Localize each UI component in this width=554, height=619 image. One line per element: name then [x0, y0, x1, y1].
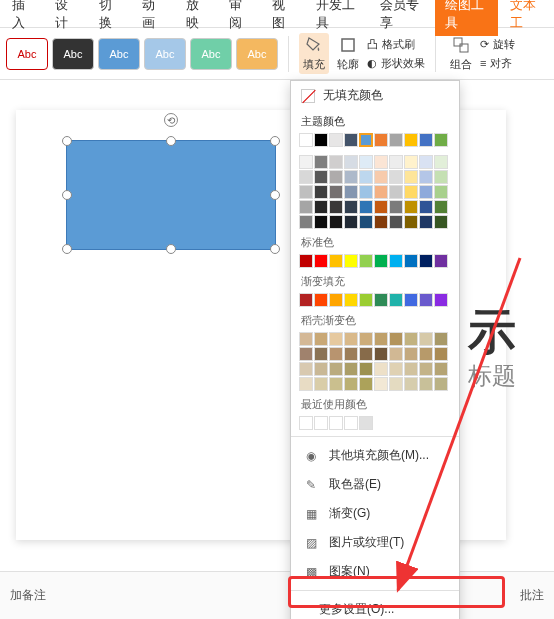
rotate-handle[interactable]: ⟲ — [164, 113, 178, 127]
color-swatch[interactable] — [299, 200, 313, 214]
resize-handle[interactable] — [62, 136, 72, 146]
color-swatch[interactable] — [434, 362, 448, 376]
color-swatch[interactable] — [359, 254, 373, 268]
color-swatch[interactable] — [374, 133, 388, 147]
color-swatch[interactable] — [299, 155, 313, 169]
color-swatch[interactable] — [329, 215, 343, 229]
color-swatch[interactable] — [419, 200, 433, 214]
tab-devtools[interactable]: 开发工具 — [306, 0, 369, 36]
no-fill-option[interactable]: 无填充颜色 — [291, 81, 459, 110]
color-swatch[interactable] — [344, 215, 358, 229]
color-swatch[interactable] — [344, 200, 358, 214]
color-swatch[interactable] — [389, 133, 403, 147]
color-swatch[interactable] — [419, 254, 433, 268]
color-swatch[interactable] — [359, 133, 373, 147]
color-swatch[interactable] — [374, 377, 388, 391]
outline-button[interactable]: 轮廓 — [333, 33, 363, 74]
color-swatch[interactable] — [299, 215, 313, 229]
color-swatch[interactable] — [329, 200, 343, 214]
color-swatch[interactable] — [329, 416, 343, 430]
color-swatch[interactable] — [359, 332, 373, 346]
comments-button[interactable]: 批注 — [520, 587, 544, 604]
color-swatch[interactable] — [359, 416, 373, 430]
texture-option[interactable]: ▨ 图片或纹理(T) — [291, 528, 459, 557]
color-swatch[interactable] — [329, 254, 343, 268]
resize-handle[interactable] — [166, 244, 176, 254]
format-painter[interactable]: 凸格式刷 — [367, 37, 425, 52]
color-swatch[interactable] — [359, 185, 373, 199]
color-swatch[interactable] — [419, 185, 433, 199]
color-swatch[interactable] — [344, 416, 358, 430]
color-swatch[interactable] — [344, 155, 358, 169]
color-swatch[interactable] — [389, 215, 403, 229]
color-swatch[interactable] — [299, 362, 313, 376]
color-swatch[interactable] — [404, 170, 418, 184]
color-swatch[interactable] — [329, 293, 343, 307]
color-swatch[interactable] — [374, 254, 388, 268]
color-swatch[interactable] — [314, 362, 328, 376]
color-swatch[interactable] — [389, 185, 403, 199]
color-swatch[interactable] — [374, 332, 388, 346]
color-swatch[interactable] — [314, 377, 328, 391]
color-swatch[interactable] — [389, 362, 403, 376]
color-swatch[interactable] — [314, 332, 328, 346]
color-swatch[interactable] — [389, 254, 403, 268]
color-swatch[interactable] — [404, 293, 418, 307]
shape-style-3[interactable]: Abc — [98, 38, 140, 70]
color-swatch[interactable] — [344, 293, 358, 307]
color-swatch[interactable] — [314, 133, 328, 147]
color-swatch[interactable] — [389, 347, 403, 361]
color-swatch[interactable] — [434, 170, 448, 184]
color-swatch[interactable] — [374, 170, 388, 184]
color-swatch[interactable] — [344, 377, 358, 391]
notes-button[interactable]: 加备注 — [10, 587, 46, 604]
color-swatch[interactable] — [299, 254, 313, 268]
shape-style-2[interactable]: Abc — [52, 38, 94, 70]
color-swatch[interactable] — [419, 170, 433, 184]
color-swatch[interactable] — [344, 170, 358, 184]
color-swatch[interactable] — [389, 170, 403, 184]
fill-button[interactable]: 填充 — [299, 33, 329, 74]
color-swatch[interactable] — [299, 293, 313, 307]
color-swatch[interactable] — [419, 332, 433, 346]
color-swatch[interactable] — [389, 332, 403, 346]
color-swatch[interactable] — [404, 200, 418, 214]
color-swatch[interactable] — [404, 347, 418, 361]
resize-handle[interactable] — [270, 244, 280, 254]
color-swatch[interactable] — [344, 133, 358, 147]
more-settings-option[interactable]: 更多设置(O)... — [291, 595, 459, 619]
color-swatch[interactable] — [314, 416, 328, 430]
group-button[interactable]: 组合 — [446, 33, 476, 74]
color-swatch[interactable] — [389, 200, 403, 214]
color-swatch[interactable] — [359, 215, 373, 229]
color-swatch[interactable] — [359, 170, 373, 184]
color-swatch[interactable] — [359, 293, 373, 307]
color-swatch[interactable] — [299, 377, 313, 391]
shape-style-1[interactable]: Abc — [6, 38, 48, 70]
color-swatch[interactable] — [359, 347, 373, 361]
color-swatch[interactable] — [344, 347, 358, 361]
shape-style-4[interactable]: Abc — [144, 38, 186, 70]
subtitle-placeholder[interactable]: 标题 — [468, 360, 516, 392]
tab-slideshow[interactable]: 放映 — [176, 0, 217, 36]
selected-shape[interactable]: ⟲ — [66, 140, 276, 250]
color-swatch[interactable] — [314, 215, 328, 229]
color-swatch[interactable] — [314, 155, 328, 169]
align-button[interactable]: ≡对齐 — [480, 56, 515, 71]
color-swatch[interactable] — [434, 293, 448, 307]
color-swatch[interactable] — [359, 362, 373, 376]
resize-handle[interactable] — [166, 136, 176, 146]
color-swatch[interactable] — [419, 377, 433, 391]
color-swatch[interactable] — [359, 377, 373, 391]
tab-transition[interactable]: 切换 — [89, 0, 130, 36]
gradient-option[interactable]: ▦ 渐变(G) — [291, 499, 459, 528]
color-swatch[interactable] — [344, 254, 358, 268]
color-swatch[interactable] — [344, 185, 358, 199]
color-swatch[interactable] — [299, 133, 313, 147]
color-swatch[interactable] — [404, 377, 418, 391]
tab-design[interactable]: 设计 — [45, 0, 86, 36]
tab-view[interactable]: 视图 — [262, 0, 303, 36]
shape-style-5[interactable]: Abc — [190, 38, 232, 70]
color-swatch[interactable] — [314, 200, 328, 214]
color-swatch[interactable] — [404, 215, 418, 229]
